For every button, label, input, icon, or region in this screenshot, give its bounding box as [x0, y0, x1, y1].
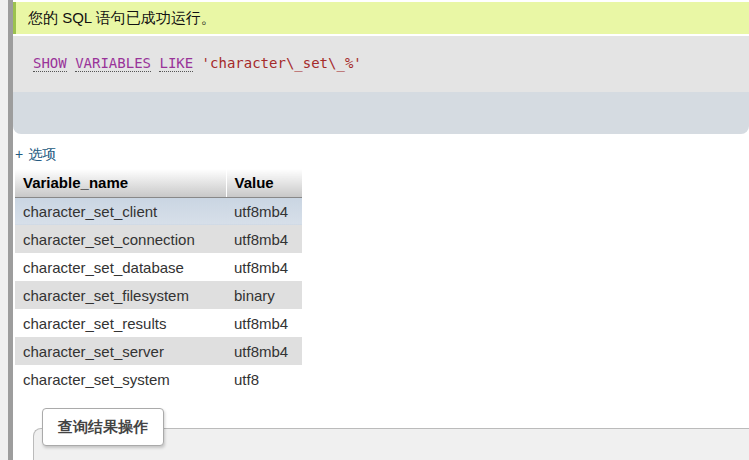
- sql-string-literal: 'character\_set\_%': [202, 55, 362, 71]
- table-row[interactable]: character_set_database utf8mb4: [15, 253, 302, 281]
- sql-keyword-like[interactable]: LIKE: [159, 55, 193, 72]
- sql-keyword-show[interactable]: SHOW: [33, 55, 67, 72]
- variable-value-cell: utf8: [226, 365, 302, 393]
- sql-keyword-variables[interactable]: VARIABLES: [75, 55, 151, 72]
- plus-icon: +: [15, 146, 23, 162]
- table-row[interactable]: character_set_connection utf8mb4: [15, 225, 302, 253]
- table-row[interactable]: character_set_filesystem binary: [15, 281, 302, 309]
- variable-name-cell: character_set_results: [15, 309, 226, 337]
- variable-value-cell: utf8mb4: [226, 309, 302, 337]
- column-header-variable-name: Variable_name: [15, 169, 226, 197]
- query-tools-bar: [13, 92, 749, 134]
- variable-name-cell: character_set_client: [15, 197, 226, 225]
- variable-name-cell: character_set_filesystem: [15, 281, 226, 309]
- query-results-operations-legend: 查询结果操作: [42, 408, 164, 446]
- variable-name-cell: character_set_database: [15, 253, 226, 281]
- table-row[interactable]: character_set_client utf8mb4: [15, 197, 302, 225]
- variables-table: Variable_name Value character_set_client…: [15, 169, 302, 393]
- main-panel: 您的 SQL 语句已成功运行。 SHOW VARIABLES LIKE 'cha…: [0, 0, 749, 460]
- table-row[interactable]: character_set_results utf8mb4: [15, 309, 302, 337]
- variable-name-cell: character_set_system: [15, 365, 226, 393]
- sql-statement: SHOW VARIABLES LIKE 'character\_set\_%': [33, 55, 362, 72]
- variable-name-cell: character_set_connection: [15, 225, 226, 253]
- options-toggle[interactable]: +选项: [15, 146, 749, 165]
- options-link[interactable]: 选项: [28, 146, 56, 162]
- variable-value-cell: utf8mb4: [226, 337, 302, 365]
- success-notice-text: 您的 SQL 语句已成功运行。: [28, 9, 216, 28]
- variable-value-cell: utf8mb4: [226, 225, 302, 253]
- table-row[interactable]: character_set_server utf8mb4: [15, 337, 302, 365]
- variable-value-cell: utf8mb4: [226, 197, 302, 225]
- column-header-value: Value: [226, 169, 302, 197]
- query-results-operations-fieldset: 查询结果操作: [33, 428, 749, 460]
- left-rail: [0, 0, 8, 460]
- query-result-content: 您的 SQL 语句已成功运行。 SHOW VARIABLES LIKE 'cha…: [13, 0, 749, 460]
- variable-name-cell: character_set_server: [15, 337, 226, 365]
- table-row[interactable]: character_set_system utf8: [15, 365, 302, 393]
- variable-value-cell: binary: [226, 281, 302, 309]
- success-notice: 您的 SQL 语句已成功运行。: [13, 2, 749, 34]
- sql-preview-box: SHOW VARIABLES LIKE 'character\_set\_%': [13, 36, 749, 92]
- variable-value-cell: utf8mb4: [226, 253, 302, 281]
- table-header-row: Variable_name Value: [15, 169, 302, 197]
